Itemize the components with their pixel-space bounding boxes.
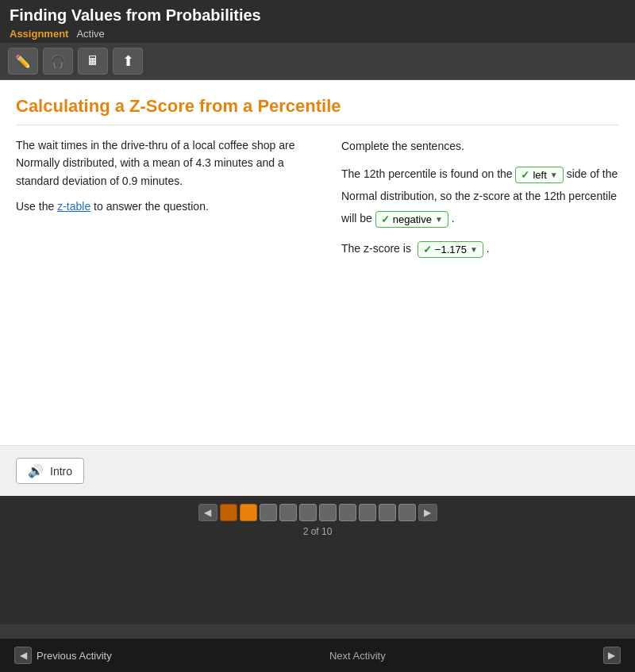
dropdown1-value: left [533,169,546,181]
active-label: Active [76,28,104,40]
calculator-tool-button[interactable]: 🖩 [78,48,108,75]
nav-bar: ◀ ▶ 2 of 10 [0,496,635,545]
next-activity-button[interactable]: ▶ [597,643,627,667]
question-body: The wait times in the drive-thru of a lo… [16,136,619,267]
nav-next-button[interactable]: ▶ [418,504,437,521]
next-arrow-icon: ▶ [603,647,621,664]
page-dots-container [220,504,416,521]
footer-bar: ◀ Previous Activity Next Activity ▶ [0,639,635,672]
page-dot-1[interactable] [220,504,237,521]
speaker-icon: 🔊 [28,463,44,478]
page-nav: ◀ ▶ [198,504,437,521]
page-dot-3[interactable] [260,504,277,521]
nav-prev-button[interactable]: ◀ [198,504,217,521]
next-activity-label: Next Activity [329,650,386,662]
dropdown3-button[interactable]: ✓ −1.175 ▼ [418,241,483,258]
pencil-tool-button[interactable]: ✏️ [8,48,38,75]
complete-label: Complete the sentences. [341,136,619,156]
intro-button-label: Intro [50,465,72,478]
assignment-label: Assignment [10,28,68,40]
left-panel: The wait times in the drive-thru of a lo… [16,136,325,267]
prev-activity-button[interactable]: ◀ Previous Activity [8,643,118,667]
bottom-section: 🔊 Intro [0,445,635,496]
dropdown2-arrow-icon: ▼ [435,215,443,224]
pencil-icon: ✏️ [15,54,31,69]
page-dot-4[interactable] [279,504,297,521]
sentence-row-2: The z-score is ✓ −1.175 ▼ . [341,237,619,259]
page-dot-7[interactable] [339,504,356,521]
header: Finding Values from Probabilities Assign… [0,0,635,43]
headphone-icon: 🎧 [50,54,66,69]
sentence2-pre: The z-score is [341,242,411,255]
sentence1-period: . [452,212,455,225]
dropdown1-check-icon: ✓ [521,169,529,181]
page-dot-9[interactable] [379,504,396,521]
left-text-2: Use the z-table to answer the question. [16,198,325,215]
intro-button[interactable]: 🔊 Intro [16,458,84,484]
page-dot-2[interactable] [240,504,257,521]
dropdown3-value: −1.175 [435,244,467,255]
sentence2-period: . [487,242,490,255]
dropdown2-value: negative [393,213,432,225]
dropdown3-arrow-icon: ▼ [470,245,478,254]
dropdown1-button[interactable]: ✓ left ▼ [515,167,563,183]
prev-arrow-icon: ◀ [14,647,32,664]
toolbar: ✏️ 🎧 🖩 ⬆ [0,43,635,80]
dropdown1-arrow-icon: ▼ [550,171,558,179]
calculator-icon: 🖩 [87,54,99,68]
page-dot-5[interactable] [299,504,317,521]
page-count: 2 of 10 [303,526,333,537]
prev-activity-label: Previous Activity [37,650,112,662]
nav-prev-icon: ◀ [204,507,211,518]
dropdown3-check-icon: ✓ [423,244,432,255]
sentence-row-1: The 12th percentile is found on the ✓ le… [341,163,619,229]
left-text-1: The wait times in the drive-thru of a lo… [16,136,325,190]
z-table-link[interactable]: z-table [57,200,90,213]
content-area: Calculating a Z-Score from a Percentile … [0,80,635,445]
headphone-tool-button[interactable]: 🎧 [43,48,73,75]
dropdown2-button[interactable]: ✓ negative ▼ [375,211,448,228]
upload-icon: ⬆ [122,52,134,70]
page-dot-10[interactable] [398,504,416,521]
page-dot-8[interactable] [359,504,376,521]
dark-spacer [0,545,635,624]
dropdown2-check-icon: ✓ [381,213,390,225]
nav-next-icon: ▶ [424,507,431,518]
sentence1-pre: The 12th percentile is found on the [341,167,513,180]
upload-tool-button[interactable]: ⬆ [113,48,143,75]
page-dot-6[interactable] [319,504,337,521]
question-title: Calculating a Z-Score from a Percentile [16,96,619,125]
page-title: Finding Values from Probabilities [10,6,625,25]
right-panel: Complete the sentences. The 12th percent… [341,136,619,267]
